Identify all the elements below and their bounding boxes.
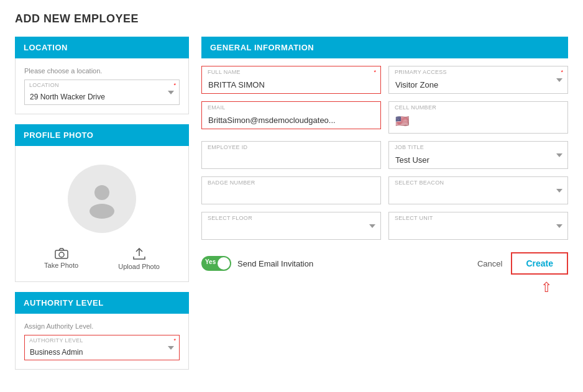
action-row: Cancel Create (477, 252, 568, 275)
location-required: * (173, 82, 176, 88)
svg-point-0 (94, 185, 109, 200)
photo-actions: Take Photo Upload Photo (24, 243, 180, 273)
authority-label: Assign Authority Level. (24, 322, 180, 330)
toggle-yes-label: Yes (205, 258, 216, 265)
take-photo-button[interactable]: Take Photo (44, 248, 78, 270)
employee-id-wrapper: EMPLOYEE ID (201, 141, 381, 169)
authority-body: Assign Authority Level. AUTHORITY LEVEL … (15, 314, 189, 370)
take-photo-label: Take Photo (44, 262, 78, 269)
location-body: Please choose a location. LOCATION * 29 … (15, 58, 189, 114)
job-title-label: JOB TITLE (395, 144, 424, 150)
full-name-label: FULL NAME (208, 69, 241, 75)
page-title: ADD NEW EMPLOYEE (15, 12, 568, 25)
upload-photo-label: Upload Photo (118, 263, 160, 270)
primary-access-wrapper: PRIMARY ACCESS * Visitor Zone (388, 66, 568, 94)
location-section: LOCATION Please choose a location. LOCAT… (15, 37, 189, 114)
badge-number-wrapper: BADGE NUMBER (201, 176, 381, 204)
profile-body: Take Photo Upload Photo (15, 146, 189, 282)
select-floor-wrapper: SELECT FLOOR (201, 212, 381, 240)
email-input[interactable] (201, 101, 381, 129)
primary-access-label: PRIMARY ACCESS (395, 69, 447, 75)
profile-section: PROFILE PHOTO (15, 124, 189, 282)
toggle-row: Yes Send Email Invitation (201, 256, 313, 271)
page-container: ADD NEW EMPLOYEE LOCATION Please choose … (0, 0, 583, 392)
arrow-up-icon: ⇧ (541, 280, 552, 296)
authority-field-label: AUTHORITY LEVEL (29, 337, 83, 344)
employee-id-label: EMPLOYEE ID (208, 144, 247, 150)
upload-photo-button[interactable]: Upload Photo (118, 248, 160, 270)
arrow-container: ⇧ (201, 280, 568, 296)
select-beacon-label: SELECT BEACON (395, 180, 444, 186)
location-field-label: LOCATION (29, 82, 59, 88)
primary-access-required: * (561, 69, 563, 75)
general-info-header: GENERAL INFORMATION (201, 37, 568, 58)
authority-header: AUTHORITY LEVEL (15, 292, 189, 314)
svg-point-1 (90, 204, 114, 219)
select-unit-wrapper: SELECT UNIT (388, 212, 568, 240)
cell-number-label: CELL NUMBER (395, 104, 436, 111)
flag-icon: 🇺🇸 (395, 114, 409, 128)
select-beacon-wrapper: SELECT BEACON (388, 176, 568, 204)
select-unit-label: SELECT UNIT (395, 215, 433, 221)
email-label: EMAIL (208, 104, 226, 111)
main-layout: LOCATION Please choose a location. LOCAT… (15, 37, 568, 370)
camera-icon (55, 248, 68, 259)
photo-placeholder (68, 165, 136, 233)
badge-number-label: BADGE NUMBER (208, 180, 255, 186)
full-name-wrapper: FULL NAME * (201, 66, 381, 94)
job-title-wrapper: JOB TITLE Test User (388, 141, 568, 169)
full-name-required: * (374, 69, 376, 75)
create-button[interactable]: Create (511, 252, 568, 275)
bottom-bar: Yes Send Email Invitation Cancel Create (201, 250, 568, 277)
authority-section: AUTHORITY LEVEL Assign Authority Level. … (15, 292, 189, 370)
email-invitation-toggle[interactable]: Yes (201, 256, 231, 271)
left-panel: LOCATION Please choose a location. LOCAT… (15, 37, 189, 370)
profile-header: PROFILE PHOTO (15, 124, 189, 146)
cell-number-wrapper: CELL NUMBER 🇺🇸 (388, 101, 568, 134)
email-wrapper: EMAIL (201, 101, 381, 134)
upload-icon (132, 248, 146, 260)
slider: Yes (201, 256, 231, 271)
select-floor-label: SELECT FLOOR (208, 215, 252, 221)
right-panel: GENERAL INFORMATION FULL NAME * PRIMARY … (201, 37, 568, 370)
cancel-button[interactable]: Cancel (477, 259, 502, 268)
svg-point-3 (59, 252, 64, 257)
location-label: Please choose a location. (24, 67, 180, 75)
email-invitation-label: Send Email Invitation (237, 259, 313, 268)
person-silhouette-icon (82, 179, 122, 219)
location-field-wrapper: LOCATION * 29 North Wacker Drive (24, 80, 180, 105)
form-grid: FULL NAME * PRIMARY ACCESS * Visitor Zon… (201, 66, 568, 240)
authority-field-wrapper: AUTHORITY LEVEL * Business Admin (24, 335, 180, 360)
location-header: LOCATION (15, 37, 189, 58)
authority-required: * (173, 337, 176, 344)
